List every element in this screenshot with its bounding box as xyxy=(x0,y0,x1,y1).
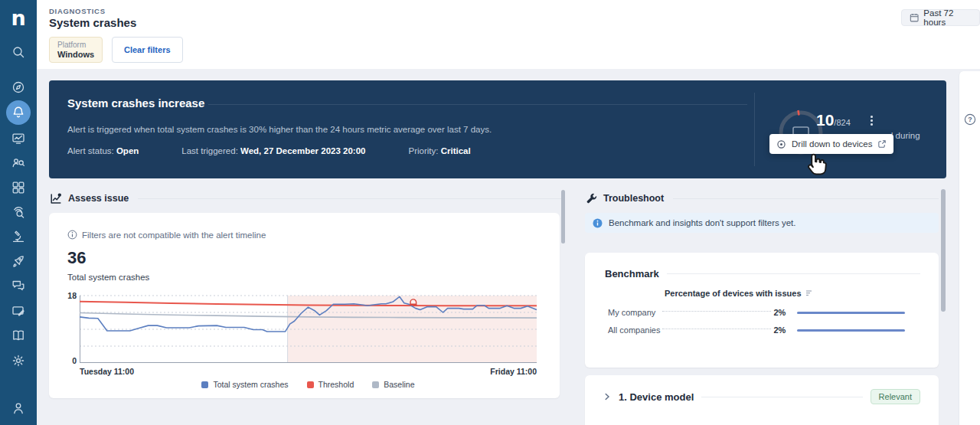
info-icon xyxy=(67,230,77,240)
alert-description: Alert is triggered when total system cra… xyxy=(67,125,492,134)
sidebar-item-applications[interactable] xyxy=(11,180,26,195)
info-filled-icon xyxy=(593,218,603,228)
monitor-chart-icon xyxy=(11,131,26,146)
breadcrumb: DIAGNOSTICS xyxy=(49,7,106,15)
assess-card: Filters are not compatible with the aler… xyxy=(49,213,560,398)
assess-section-title: Assess issue xyxy=(68,193,129,204)
alert-banner: System crashes increase Alert is trigger… xyxy=(49,80,946,178)
insight-title: 1. Device model xyxy=(619,391,694,403)
sidebar-item-adoption[interactable] xyxy=(11,253,26,269)
insight-header[interactable]: 1. Device model Relevant xyxy=(603,389,920,404)
alert-priority: Priority: Critical xyxy=(408,146,470,155)
sidebar-item-settings[interactable] xyxy=(11,353,26,368)
time-range-label: Past 72 hours xyxy=(923,8,972,27)
filter-chip-label: Platform xyxy=(57,40,94,50)
divider xyxy=(208,104,747,105)
book-icon xyxy=(11,328,26,343)
grid-icon xyxy=(11,180,26,195)
drill-down-label: Drill down to devices xyxy=(792,139,872,149)
benchmark-row-my-company: My company 2% xyxy=(608,308,914,317)
time-range-button[interactable]: Past 72 hours xyxy=(901,9,980,26)
total-crashes-value: 36 xyxy=(67,248,86,268)
sidebar-item-profile[interactable] xyxy=(11,400,26,416)
drill-target-icon xyxy=(776,139,786,149)
legend-swatch xyxy=(307,381,314,388)
chat-bubbles-icon xyxy=(11,278,26,293)
impacted-count: 10/824 xyxy=(816,111,851,129)
people-search-icon xyxy=(11,155,26,171)
y-axis-tick-min: 0 xyxy=(63,356,77,365)
divider xyxy=(138,198,565,199)
sidebar-item-engage[interactable] xyxy=(11,278,26,293)
alert-meta: Alert status: Open Last triggered: Wed, … xyxy=(67,146,471,155)
kebab-menu-icon[interactable] xyxy=(869,114,874,127)
alert-status: Alert status: Open xyxy=(67,146,139,155)
calendar-icon xyxy=(910,12,919,23)
sidebar-item-dashboards[interactable] xyxy=(11,80,26,95)
chart-legend: Total system crashesThresholdBaseline xyxy=(80,380,537,389)
y-axis-tick-max: 18 xyxy=(63,291,77,300)
assess-scrollbar[interactable] xyxy=(561,190,565,244)
person-icon xyxy=(11,400,26,416)
microscope-icon xyxy=(11,229,26,244)
troubleshoot-notice: Benchmark and insights don't support fil… xyxy=(585,213,939,233)
x-axis-label-end: Friday 11:00 xyxy=(490,367,537,376)
troubleshoot-section-header: Troubleshoot xyxy=(585,191,939,205)
search-icon xyxy=(11,44,26,60)
benchmark-bar xyxy=(797,329,906,332)
chart-plot-area xyxy=(80,296,537,363)
alert-last-triggered: Last triggered: Wed, 27 December 2023 20… xyxy=(181,146,365,155)
dotted-leader xyxy=(662,329,771,329)
sidebar-item-workforce[interactable] xyxy=(11,155,26,171)
legend-item: Baseline xyxy=(372,380,414,389)
nexthink-logo[interactable]: n xyxy=(0,6,37,31)
external-link-icon xyxy=(877,139,887,149)
filter-chip-platform[interactable]: Platform Windows xyxy=(49,37,103,63)
assess-issue-icon xyxy=(49,192,62,205)
crashes-timeline-chart: 18 0 Tuesday 11:00 Friday 11:00 Total sy… xyxy=(60,296,550,389)
benchmark-card: Benchmark Percentage of devices with iss… xyxy=(585,253,939,368)
sidebar-item-monitoring[interactable] xyxy=(11,131,26,146)
troubleshoot-scrollbar[interactable] xyxy=(941,189,946,312)
x-axis-label-start: Tuesday 11:00 xyxy=(80,367,134,376)
sidebar-item-experience[interactable] xyxy=(11,229,26,244)
sidebar-item-library[interactable] xyxy=(11,328,26,343)
help-rail: ? xyxy=(959,71,980,425)
benchmark-row-all-companies: All companies 2% xyxy=(608,325,914,335)
benchmark-title: Benchmark xyxy=(605,268,659,280)
sidebar-item-campaigns[interactable] xyxy=(11,303,26,319)
gear-icon xyxy=(11,353,26,368)
assess-notice: Filters are not compatible with the aler… xyxy=(67,230,266,240)
drill-down-menu-item[interactable]: Drill down to devices xyxy=(769,134,893,154)
sidebar-item-diagnostics[interactable] xyxy=(11,204,26,220)
insight-card-device-model: 1. Device model Relevant xyxy=(585,375,939,425)
sidebar-item-alerts-active[interactable] xyxy=(6,100,31,125)
divider xyxy=(673,198,939,199)
compass-icon xyxy=(11,80,26,95)
divider xyxy=(667,273,920,274)
relevant-badge: Relevant xyxy=(871,389,920,404)
rocket-icon xyxy=(11,253,26,269)
benchmark-header: Benchmark xyxy=(605,268,920,280)
benchmark-bar xyxy=(797,312,906,314)
clear-filters-button[interactable]: Clear filters xyxy=(112,37,183,63)
legend-item: Threshold xyxy=(307,380,354,389)
signal-magnifier-icon xyxy=(11,204,26,220)
sidebar: n xyxy=(0,0,37,425)
form-pen-icon xyxy=(11,303,26,319)
topbar: DIAGNOSTICS System crashes Past 72 hours… xyxy=(37,0,980,69)
dotted-leader xyxy=(662,311,771,312)
chevron-right-icon xyxy=(603,393,611,400)
hand-cursor-icon xyxy=(801,149,830,178)
sort-icon[interactable] xyxy=(805,290,812,296)
content-area: System crashes increase Alert is trigger… xyxy=(37,69,980,425)
page-title: System crashes xyxy=(49,16,136,29)
filter-chip-value: Windows xyxy=(57,50,94,60)
sidebar-item-search[interactable] xyxy=(11,44,26,60)
legend-item: Total system crashes xyxy=(201,380,288,389)
troubleshoot-section-title: Troubleshoot xyxy=(603,193,664,204)
svg-text:?: ? xyxy=(968,116,972,123)
legend-swatch xyxy=(201,381,208,388)
divider xyxy=(754,93,755,166)
help-icon[interactable]: ? xyxy=(964,113,976,126)
